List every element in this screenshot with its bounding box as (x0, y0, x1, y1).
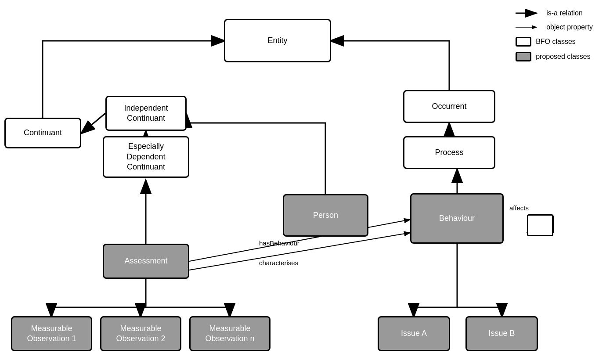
proposed-classes-label: proposed classes (536, 53, 591, 61)
has-behaviour-label: hasBehaviour (259, 239, 299, 247)
issue-a-label: Issue A (401, 328, 427, 339)
obj-label: object property (546, 23, 593, 31)
issue-a-node: Issue A (378, 316, 450, 351)
assessment-label: Assessment (124, 256, 167, 266)
especially-dependent-node: EspeciallyDependentContinuant (103, 136, 189, 178)
independent-continuant-label: IndependentContinuant (124, 103, 168, 124)
svg-line-3 (82, 113, 105, 133)
diagram: Entity Continuant IndependentContinuant … (0, 0, 606, 364)
entity-node: Entity (224, 19, 331, 62)
continuant-label: Continuant (24, 128, 62, 138)
issue-b-node: Issue B (465, 316, 538, 351)
affects-loop-box (527, 214, 553, 236)
bfo-box-icon (516, 37, 531, 47)
especially-dependent-label: EspeciallyDependentContinuant (126, 141, 165, 172)
mo2-node: MeasurableObservation 2 (100, 316, 181, 351)
behaviour-node: Behaviour (410, 193, 504, 244)
isa-arrow-icon (516, 9, 542, 18)
mo1-label: MeasurableObservation 1 (27, 324, 76, 344)
continuant-node: Continuant (4, 118, 81, 148)
mon-node: MeasurableObservation n (189, 316, 271, 351)
legend: is-a relation object property BFO classe… (516, 9, 593, 61)
legend-obj: object property (516, 23, 593, 32)
legend-proposed: proposed classes (516, 52, 593, 61)
person-label: Person (313, 210, 338, 220)
occurrent-label: Occurrent (432, 101, 466, 112)
svg-line-9 (189, 233, 410, 270)
bfo-classes-label: BFO classes (536, 38, 576, 46)
isa-label: is-a relation (546, 9, 583, 17)
independent-continuant-node: IndependentContinuant (105, 96, 187, 131)
issue-b-label: Issue B (488, 328, 515, 339)
occurrent-node: Occurrent (403, 90, 495, 123)
mon-label: MeasurableObservation n (205, 324, 254, 344)
process-label: Process (435, 148, 463, 158)
proposed-box-icon (516, 52, 531, 61)
mo1-node: MeasurableObservation 1 (11, 316, 92, 351)
legend-bfo: BFO classes (516, 37, 593, 47)
assessment-node: Assessment (103, 244, 189, 279)
person-node: Person (283, 194, 368, 237)
affects-label: affects (509, 204, 529, 212)
legend-isa: is-a relation (516, 9, 593, 18)
process-node: Process (403, 136, 495, 169)
obj-arrow-icon (516, 23, 542, 32)
behaviour-label: Behaviour (439, 213, 475, 223)
entity-label: Entity (267, 36, 287, 46)
mo2-label: MeasurableObservation 2 (116, 324, 165, 344)
characterises-label: characterises (259, 259, 298, 267)
